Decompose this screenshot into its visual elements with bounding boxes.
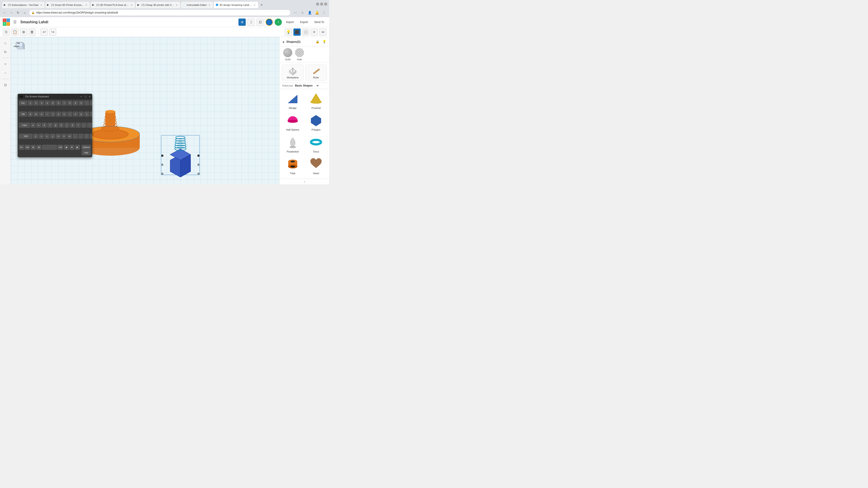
perspective-view-button[interactable]: ⟩ [248,19,255,26]
paste-button[interactable]: 📋 [11,29,19,36]
workplane-button[interactable]: Workplane [282,65,304,80]
key-j[interactable]: j [64,123,69,128]
minimize-button[interactable] [316,2,319,6]
user-profile-button[interactable]: 👤 [266,19,273,26]
extensions-button[interactable]: ⋯ [292,9,298,16]
canvas-area[interactable]: TOP FRONT [11,37,279,184]
key-o[interactable]: o [73,111,78,117]
key-k[interactable]: k [70,123,75,128]
key-period[interactable]: . [79,134,84,139]
send-to-button[interactable]: Send To [312,20,327,25]
key-s[interactable]: s [36,123,41,128]
key-fn[interactable]: Fn [19,145,24,150]
key-shift-l[interactable]: Shift [19,134,33,139]
delete-button[interactable]: 🗑 [29,29,36,36]
key-0[interactable]: 0 [79,101,84,105]
key-quote[interactable]: ' [87,123,92,128]
home-view-button[interactable]: ⌂ [1,39,9,47]
solid-button[interactable]: Solid [283,48,292,61]
key-u[interactable]: u [62,111,67,117]
key-tab[interactable]: Tab [19,111,27,117]
menu-button[interactable]: ⋮ [321,9,327,16]
view-cube[interactable]: TOP FRONT [13,39,26,51]
key-l[interactable]: l [76,123,81,128]
tab-tinkercad[interactable]: 🔷 3D design Smashing Lahdi | T... × [213,1,258,8]
key-arrow-up[interactable]: ↑ [90,134,92,139]
shape-item-tube[interactable]: Tube [282,157,304,176]
more-shapes-button[interactable]: › [304,180,305,184]
key-b[interactable]: b [56,134,61,139]
shape-item-paraboloid[interactable]: Paraboloid [282,135,304,155]
blue-object[interactable] [158,132,203,178]
light-toggle-button[interactable]: 💡 [285,29,292,36]
new-tab-button[interactable]: + [258,2,265,8]
key-equals[interactable]: = [90,101,92,105]
key-y[interactable]: y [56,111,61,117]
close-button[interactable] [324,2,327,6]
key-f[interactable]: f [48,123,53,128]
key-semicolon[interactable]: ; [81,123,86,128]
key-alt[interactable]: Alt [36,145,41,150]
key-t[interactable]: t [51,111,55,117]
layers-button[interactable]: ⊡ [256,19,264,26]
ruler-button[interactable]: Ruler [305,65,327,80]
key-m[interactable]: m [67,134,72,139]
tab-smart3d[interactable]: ▶ (7) Smart 3D Printer Enclos... × [45,1,90,8]
key-help[interactable]: Help [82,150,91,155]
key-rbracket[interactable]: ] [90,111,92,117]
osk-restore[interactable]: □ [85,95,86,98]
key-3[interactable]: 3 [39,101,44,105]
tab-close-5[interactable]: × [208,3,211,7]
key-q[interactable]: q [28,111,33,117]
osk-minimize[interactable]: ─ [80,95,82,98]
key-space[interactable] [42,145,57,150]
key-e[interactable]: e [39,111,44,117]
key-lbracket[interactable]: [ [84,111,89,117]
key-comma[interactable]: , [73,134,78,139]
orbit-button[interactable]: ↻ [1,48,9,56]
key-ctrl-l[interactable]: Ctrl [25,145,30,150]
key-5[interactable]: 5 [51,101,55,105]
key-8[interactable]: 8 [67,101,72,105]
reload-button[interactable]: ↻ [16,10,21,15]
tab-close-4[interactable]: × [175,3,179,7]
profile-button[interactable]: 👤 [307,9,313,16]
address-bar[interactable]: 🔒 https://www.tinkercad.com/things/2bORP… [29,9,291,16]
key-options[interactable]: Options [82,145,91,150]
key-4[interactable]: 4 [45,101,50,105]
ungroup-button[interactable]: ⬜ [302,29,309,36]
tab-close-1[interactable]: × [39,3,43,7]
bookmarks-button[interactable]: ☆ [299,9,306,16]
shapes-lock-button[interactable]: 🔒 [315,39,320,44]
key-x[interactable]: x [39,134,44,139]
shape-item-heart[interactable]: Heart [305,157,327,176]
zoom-out-button[interactable]: − [1,69,9,77]
align-button[interactable]: ≡ [311,29,318,36]
shape-item-torus[interactable]: Torus [305,135,327,155]
notification-button[interactable]: 🔔 [314,9,320,16]
copy-button[interactable]: ⎘ [3,29,10,36]
key-6[interactable]: 6 [56,101,61,105]
forward-button[interactable]: → [8,10,14,15]
key-1[interactable]: 1 [28,101,33,105]
duplicate-button[interactable]: ⊕ [20,29,27,36]
back-button[interactable]: ← [2,10,7,15]
key-esc[interactable]: Esc [19,101,27,105]
key-a[interactable]: a [31,123,35,128]
key-arrow-right[interactable]: ▶ [75,145,80,150]
mirror-button[interactable]: ⇔ [319,29,327,36]
osk-close[interactable]: × [89,95,90,98]
key-ctrl-r[interactable]: Ctrl [58,145,63,150]
import-button[interactable]: Import [284,20,296,25]
key-caps[interactable]: Caps [19,123,30,128]
group-button[interactable]: ⬛ [293,29,301,36]
shape-item-polygon[interactable]: Polygon [305,113,327,133]
key-r[interactable]: r [45,111,50,117]
key-arrow-left[interactable]: ◀ [64,145,69,150]
key-n[interactable]: n [61,134,66,139]
tab-close-2[interactable]: × [85,3,88,7]
key-minus[interactable]: - [84,101,89,105]
key-2[interactable]: 2 [33,101,38,105]
shapes-light-button[interactable]: 💡 [321,39,327,44]
key-w[interactable]: w [33,111,38,117]
